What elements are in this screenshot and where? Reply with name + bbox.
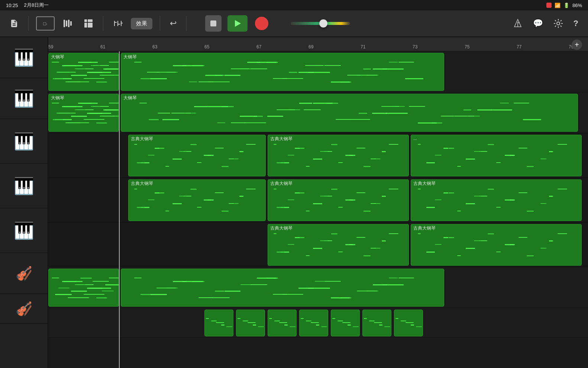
help-button[interactable]: ?: [571, 16, 581, 31]
clip-label: 古典大钢琴: [411, 180, 581, 188]
note-line: [477, 109, 492, 111]
track-row-6[interactable]: [48, 267, 588, 308]
stop-button[interactable]: [205, 15, 222, 32]
note-line: [527, 255, 534, 256]
note-line: [62, 65, 83, 66]
midi-clip-2-1[interactable]: 大钢琴: [48, 94, 119, 132]
note-line: [189, 81, 197, 82]
grid-button[interactable]: [81, 16, 96, 31]
track-row-3[interactable]: 古典大钢琴 古典大钢琴 ...: [48, 133, 588, 178]
midi-clip-4-2[interactable]: 古典大钢琴: [268, 179, 409, 221]
note-line: [239, 151, 243, 152]
note-line: [215, 291, 224, 292]
midi-clip-4-1[interactable]: 古典大钢琴: [128, 179, 266, 221]
note-line: [245, 122, 266, 123]
file-button[interactable]: [7, 17, 21, 30]
note-line: [190, 144, 197, 145]
midi-clip-3-3[interactable]: ...: [411, 135, 582, 176]
note-line: [198, 81, 213, 82]
note-line: [338, 252, 343, 252]
midi-clip-7-7[interactable]: [394, 310, 423, 336]
instrument-icon-1: 🎹: [14, 48, 34, 67]
note-line: [190, 189, 197, 190]
midi-clip-6-1[interactable]: [48, 269, 119, 307]
note-line: [288, 199, 294, 200]
track-header-2[interactable]: 🎹: [0, 78, 48, 119]
note-line: [304, 109, 321, 110]
midi-clip-2-2[interactable]: 大钢琴: [121, 94, 578, 132]
track-row-7[interactable]: [48, 308, 588, 338]
track-header-7[interactable]: 🎻: [0, 294, 48, 324]
add-track-button[interactable]: +: [572, 39, 582, 50]
track-header-5[interactable]: 🎹: [0, 208, 48, 253]
note-line: [474, 240, 481, 241]
note-line: [371, 248, 376, 249]
record-button[interactable]: [253, 15, 270, 32]
track-header-1[interactable]: 🎹: [0, 37, 48, 78]
note-line: [158, 113, 170, 113]
midi-clip-1-2[interactable]: 大钢琴: [121, 53, 444, 91]
midi-clip-5-1[interactable]: 古典大钢琴: [268, 224, 409, 266]
note-line: [418, 144, 421, 145]
note-line: [416, 326, 422, 327]
note-line: [496, 162, 501, 163]
track-row-5[interactable]: 古典大钢琴 古典大钢琴: [48, 223, 588, 267]
track-row-1[interactable]: 大钢琴 大钢琴: [48, 51, 588, 92]
note-line: [159, 192, 164, 193]
note-line: [418, 122, 437, 124]
note-line: [165, 166, 169, 167]
track-header-3[interactable]: 🎹: [0, 119, 48, 164]
track-row-4[interactable]: 古典大钢琴 古典大钢琴 古典大钢琴: [48, 178, 588, 223]
midi-clip-7-1[interactable]: [204, 310, 233, 336]
midi-clip-3-1[interactable]: 古典大钢琴: [128, 135, 266, 176]
track-header-4[interactable]: 🎹: [0, 164, 48, 208]
note-line: [179, 196, 187, 196]
midi-clip-5-2[interactable]: 古典大钢琴: [411, 224, 582, 266]
volume-slider-area: [291, 22, 350, 25]
note-line: [409, 106, 425, 107]
settings-button[interactable]: [551, 16, 565, 31]
midi-clip-1-1[interactable]: 大钢琴: [48, 53, 119, 91]
piano-roll-button[interactable]: [61, 17, 75, 30]
note-line: [250, 284, 267, 285]
note-line: [173, 281, 187, 282]
midi-clip-7-6[interactable]: [362, 310, 391, 336]
note-line: [488, 144, 494, 145]
effects-button[interactable]: 效果: [131, 18, 152, 29]
instrument-icon-4: 🎹: [14, 176, 34, 196]
note-line: [320, 151, 327, 152]
note-line: [197, 207, 201, 208]
mixer-button[interactable]: [111, 16, 125, 31]
volume-slider[interactable]: [291, 22, 350, 25]
midi-clip-7-4[interactable]: [299, 310, 328, 336]
note-line: [56, 113, 76, 113]
metronome-button[interactable]: [511, 16, 525, 31]
track-row-2[interactable]: 大钢琴 大钢琴: [48, 92, 588, 133]
note-line: [466, 203, 475, 204]
midi-clip-7-3[interactable]: [268, 310, 297, 336]
midi-clip-7-5[interactable]: [331, 310, 360, 336]
midi-clip-7-2[interactable]: [236, 310, 265, 336]
midi-clip-4-3[interactable]: 古典大钢琴: [411, 179, 582, 221]
track-header-6[interactable]: 🎻: [0, 253, 48, 294]
volume-slider-thumb[interactable]: [319, 19, 327, 28]
play-button[interactable]: [227, 15, 248, 32]
note-line: [398, 62, 414, 63]
note-line: [246, 144, 256, 145]
midi-clip-6-2[interactable]: [121, 269, 444, 307]
midi-clip-3-2[interactable]: 古典大钢琴: [268, 135, 409, 176]
ruler-mark-63: 63: [152, 44, 157, 49]
note-line: [78, 103, 98, 104]
chat-button[interactable]: 💬: [531, 16, 545, 31]
arrangement-button[interactable]: □·: [36, 16, 55, 31]
note-line: [197, 162, 201, 163]
note-line: [75, 68, 85, 69]
note-line: [194, 106, 208, 107]
undo-button[interactable]: ↩: [168, 16, 179, 31]
note-line: [488, 189, 494, 190]
note-line: [324, 65, 341, 66]
svg-rect-1: [66, 20, 67, 26]
clip-content: [49, 61, 119, 90]
note-line: [140, 294, 151, 295]
svg-rect-11: [88, 25, 90, 28]
